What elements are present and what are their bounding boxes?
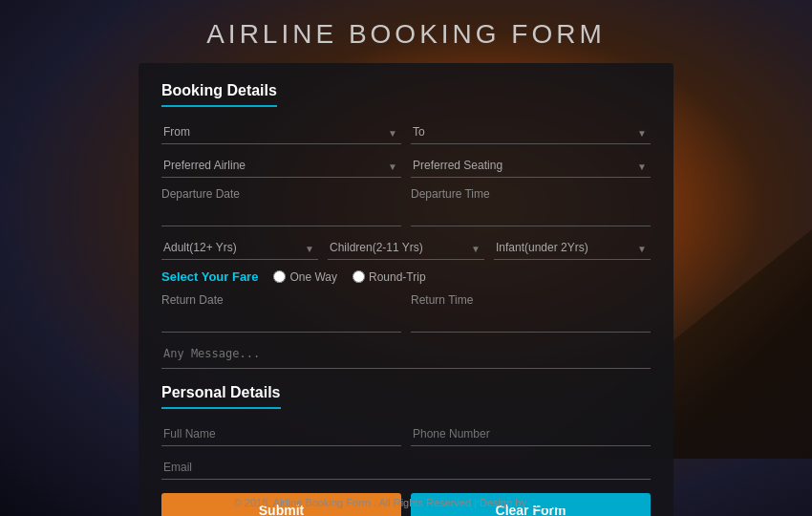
children-field: Children(2-11 Yrs) ▼ [328,236,484,260]
passengers-row: Adult(12+ Yrs) ▼ Children(2-11 Yrs) ▼ In… [161,236,651,260]
return-date-label: Return Date [161,293,401,307]
return-time-input[interactable] [411,309,651,333]
infant-select[interactable]: Infant(under 2Yrs) [494,236,651,260]
departure-time-field: Departure Time [411,187,651,226]
booking-section: Booking Details From ▼ To ▼ Preferred Ai… [161,82,651,373]
booking-section-title: Booking Details [161,82,277,107]
from-field: From ▼ [161,120,401,144]
one-way-radio[interactable] [273,270,286,283]
fare-label: Select Your Fare [161,269,258,284]
adult-field: Adult(12+ Yrs) ▼ [161,236,318,260]
page-title: Airline Booking Form [206,19,606,50]
return-date-input[interactable] [161,309,401,333]
return-row: Return Date Return Time [161,293,651,333]
one-way-label: One Way [289,270,337,284]
departure-date-label: Departure Date [161,187,401,201]
message-field [161,342,651,373]
footer-link[interactable]: W3layouts [529,497,578,508]
return-time-field: Return Time [411,293,651,333]
round-trip-label: Round-Trip [369,270,426,284]
to-select[interactable]: To [411,120,651,144]
round-trip-option[interactable]: Round-Trip [353,270,426,284]
airline-select[interactable]: Preferred Airline [161,154,401,178]
name-phone-row [161,422,651,446]
round-trip-radio[interactable] [353,270,365,283]
return-time-label: Return Time [411,293,651,307]
airline-field: Preferred Airline ▼ [161,154,401,178]
phone-field [411,422,651,446]
seating-field: Preferred Seating ▼ [411,154,651,178]
full-name-input[interactable] [161,422,401,446]
phone-input[interactable] [411,422,651,446]
to-field: To ▼ [411,120,651,144]
footer: © 2018. Airline Booking Form . All Right… [0,497,812,508]
departure-time-input[interactable] [411,203,651,226]
adult-select[interactable]: Adult(12+ Yrs) [161,236,318,260]
departure-time-label: Departure Time [411,187,651,201]
departure-row: Departure Date Departure Time [161,187,651,226]
full-name-field [161,422,401,446]
from-to-row: From ▼ To ▼ [161,120,651,144]
airline-seating-row: Preferred Airline ▼ Preferred Seating ▼ [161,154,651,178]
message-row [161,342,651,373]
footer-text: © 2018. Airline Booking Form . All Right… [234,497,529,508]
message-textarea[interactable] [161,342,651,369]
departure-date-field: Departure Date [161,187,401,226]
personal-section-title: Personal Details [161,384,281,409]
children-select[interactable]: Children(2-11 Yrs) [328,236,484,260]
fare-row: Select Your Fare One Way Round-Trip [161,269,651,284]
from-select[interactable]: From [161,120,401,144]
form-container: Booking Details From ▼ To ▼ Preferred Ai… [139,63,673,516]
email-field [161,456,651,480]
infant-field: Infant(under 2Yrs) ▼ [494,236,651,260]
one-way-option[interactable]: One Way [273,270,337,284]
email-input[interactable] [161,456,651,480]
seating-select[interactable]: Preferred Seating [411,154,651,178]
return-date-field: Return Date [161,293,401,333]
email-row [161,456,651,480]
departure-date-input[interactable] [161,203,401,226]
